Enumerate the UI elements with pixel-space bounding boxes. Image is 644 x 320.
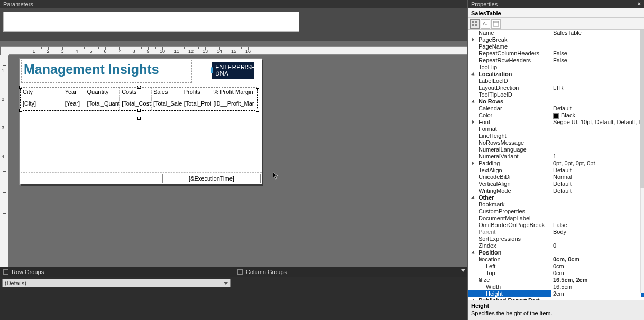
column-header[interactable]: Sales — [152, 88, 182, 99]
property-pages-button[interactable] — [491, 19, 501, 29]
property-row[interactable]: NumeralVariant1 — [468, 153, 644, 160]
report-page[interactable]: Management Insights ENTERPRISE DNA CityY… — [19, 58, 262, 185]
property-row[interactable]: WritingModeDefault — [468, 187, 644, 194]
expand-chevron-icon[interactable] — [472, 37, 476, 42]
property-row[interactable]: PageName — [468, 43, 644, 50]
expand-chevron-icon[interactable] — [472, 161, 476, 166]
column-groups-icon — [237, 269, 243, 275]
property-row[interactable]: Format — [468, 126, 644, 133]
svg-rect-1 — [475, 21, 477, 23]
expand-chevron-icon[interactable] — [479, 257, 484, 262]
properties-panel: Properties × SalesTable A↓ NameSalesTabl… — [467, 0, 644, 320]
column-groups-header[interactable]: Column Groups — [233, 267, 467, 277]
property-row[interactable]: LayoutDirectionLTR — [468, 84, 644, 91]
property-row[interactable]: CalendarDefault — [468, 105, 644, 112]
categorized-button[interactable] — [470, 19, 480, 29]
property-row[interactable]: PageBreak — [468, 36, 644, 43]
report-title[interactable]: Management Insights — [22, 61, 191, 82]
property-row[interactable]: RepeatRowHeadersFalse — [468, 57, 644, 64]
close-icon[interactable]: × — [636, 0, 643, 7]
parameter-slot[interactable] — [77, 12, 151, 32]
expand-chevron-icon[interactable] — [472, 72, 476, 77]
property-row[interactable]: ToolTip — [468, 64, 644, 71]
property-row[interactable]: Padding0pt, 0pt, 0pt, 0pt — [468, 160, 644, 167]
details-group-item[interactable]: (Details) — [2, 279, 231, 287]
details-dropdown-chevron-down-icon[interactable] — [224, 282, 228, 285]
property-row[interactable]: Published Report Part — [468, 297, 644, 300]
column-header[interactable]: Quantity — [85, 88, 120, 99]
parameters-area[interactable] — [0, 8, 467, 41]
column-groups-list[interactable] — [233, 277, 467, 320]
scrollbar-thumb[interactable] — [640, 30, 644, 188]
field-cell[interactable]: [City] — [21, 99, 63, 111]
property-row[interactable]: VerticalAlignDefault — [468, 181, 644, 187]
property-row[interactable]: LineHeight — [468, 133, 644, 139]
property-row[interactable]: ColorBlack — [468, 112, 644, 119]
property-row[interactable]: NoRowsMessage — [468, 139, 644, 146]
property-row[interactable]: RepeatColumnHeadersFalse — [468, 50, 644, 57]
property-row[interactable]: Size16.5cm, 2cm — [468, 277, 644, 284]
parameter-slot[interactable] — [3, 12, 77, 32]
field-cell[interactable]: [Total_Costs] — [120, 99, 152, 111]
field-cell[interactable]: [ID__Profit_Mar — [211, 99, 257, 111]
expand-chevron-icon[interactable] — [472, 120, 476, 125]
expand-chevron-icon[interactable] — [479, 278, 484, 283]
property-row[interactable]: Localization — [468, 71, 644, 78]
row-groups-list[interactable]: (Details) — [0, 277, 233, 320]
field-cell[interactable]: [Total_Quantity] — [85, 99, 120, 111]
property-row[interactable]: TextAlignDefault — [468, 167, 644, 174]
sales-table[interactable]: CityYearQuantityCostsSalesProfits% Profi… — [21, 87, 257, 111]
property-row[interactable]: Position — [468, 249, 644, 256]
property-row[interactable]: CustomProperties — [468, 208, 644, 215]
row-groups-header[interactable]: Row Groups — [0, 267, 233, 277]
field-cell[interactable]: [Year] — [63, 99, 86, 111]
grouping-menu-chevron-down-icon[interactable] — [461, 269, 465, 272]
property-row[interactable]: Bookmark — [468, 201, 644, 208]
property-row[interactable]: ZIndex0 — [468, 242, 644, 249]
property-row[interactable]: SortExpressions — [468, 236, 644, 242]
property-row[interactable]: UnicodeBiDiNormal — [468, 174, 644, 181]
vertical-ruler: 1234 — [0, 55, 8, 267]
column-header[interactable]: Year — [63, 88, 86, 99]
property-row[interactable]: FontSegoe UI, 10pt, Default, Default, De… — [468, 119, 644, 126]
column-header[interactable]: City — [21, 88, 63, 99]
property-row[interactable]: ToolTipLocID — [468, 91, 644, 98]
execution-time-footer[interactable]: [&ExecutionTime] — [162, 174, 261, 183]
properties-grid[interactable]: NameSalesTablePageBreakPageNameRepeatCol… — [468, 30, 644, 300]
expand-chevron-icon[interactable] — [472, 99, 476, 104]
column-header[interactable]: % Profit Margin — [211, 88, 257, 99]
expand-chevron-icon[interactable] — [472, 250, 476, 255]
alphabetical-button[interactable]: A↓ — [481, 19, 490, 29]
expand-chevron-icon[interactable] — [472, 298, 476, 300]
svg-rect-4 — [493, 21, 499, 26]
property-row[interactable]: NumeralLanguage — [468, 146, 644, 153]
property-row[interactable]: NameSalesTable — [468, 30, 644, 36]
column-header[interactable]: Costs — [120, 88, 152, 99]
details-group-label: (Details) — [5, 280, 26, 286]
property-row[interactable]: ParentBody — [468, 229, 644, 236]
property-row[interactable]: LabelLocID — [468, 78, 644, 84]
property-row[interactable]: Height2cm — [468, 290, 644, 297]
column-groups-label: Column Groups — [246, 269, 287, 275]
description-title: Height — [471, 303, 641, 309]
field-cell[interactable]: [Total_Profits] — [182, 99, 212, 111]
property-row[interactable]: OmitBorderOnPageBreakFalse — [468, 222, 644, 229]
field-cell[interactable]: [Total_Sales] — [152, 99, 182, 111]
property-row[interactable]: Location0cm, 0cm — [468, 256, 644, 263]
property-row[interactable]: Top0cm — [468, 270, 644, 277]
column-header[interactable]: Profits — [182, 88, 212, 99]
property-row[interactable]: Left0cm — [468, 263, 644, 270]
property-row[interactable]: Other — [468, 194, 644, 201]
grouping-pane: Row Groups Column Groups (Details) — [0, 267, 467, 320]
description-text: Specifies the height of the item. — [471, 310, 641, 316]
property-row[interactable]: Width16.5cm — [468, 284, 644, 290]
row-groups-icon — [3, 269, 8, 275]
selected-object-name[interactable]: SalesTable — [468, 8, 644, 18]
parameter-slot[interactable] — [225, 12, 299, 32]
expand-chevron-icon[interactable] — [472, 195, 476, 200]
company-logo[interactable]: ENTERPRISE DNA — [212, 62, 254, 79]
parameter-slot[interactable] — [151, 12, 225, 32]
property-row[interactable]: No Rows — [468, 98, 644, 105]
property-row[interactable]: DocumentMapLabel — [468, 215, 644, 222]
design-surface[interactable]: 12345678910111213141516 1234 Management … — [0, 41, 467, 267]
